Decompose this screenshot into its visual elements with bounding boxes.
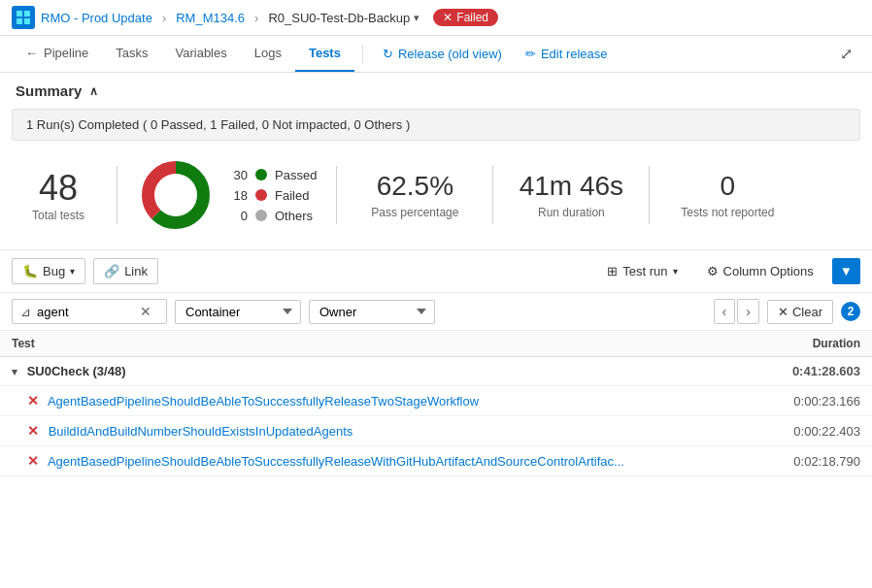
group-duration: 0:41:28.603 [762,357,872,386]
breadcrumb-current[interactable]: R0_SU0-Test-Db-Backup ▾ [268,11,419,25]
stat-divider-1 [117,166,117,224]
test-run-button[interactable]: ⊞ Test run ▾ [596,258,688,284]
link-button[interactable]: 🔗 Link [93,258,158,284]
breadcrumb-rmo[interactable]: RMO - Prod Update [41,11,152,25]
tab-tasks[interactable]: Tasks [102,36,161,72]
test-name[interactable]: AgentBasedPipelineShouldBeAbleToSuccessf… [48,394,479,408]
svg-rect-0 [17,11,22,16]
table-header-row: Test Duration [0,331,872,357]
tab-tests[interactable]: Tests [295,36,354,72]
total-tests-stat: 48 Total tests [19,168,97,222]
expand-toggle-icon[interactable]: ▾ [12,366,17,377]
fail-icon: ✕ [27,423,39,439]
release-old-view-button[interactable]: ↻ Release (old view) [371,39,514,69]
expand-button[interactable]: ⤢ [832,37,860,71]
search-input[interactable] [37,305,134,319]
run-info-bar: 1 Run(s) Completed ( 0 Passed, 1 Failed,… [12,109,860,141]
test-results-table-wrap[interactable]: Test Duration ▾ SU0Check (3/48) 0:41:28.… [0,331,872,476]
breadcrumb-sep-2: › [254,11,258,25]
test-duration: 0:02:18.790 [762,446,872,476]
col-test-header: Test [0,331,762,357]
filter-row: ⊿ ✕ Container Owner ‹ › ✕ Clear 2 [0,293,872,331]
table-row: ✕ AgentBasedPipelineShouldBeAbleToSucces… [0,446,872,476]
container-select[interactable]: Container [175,300,301,324]
topbar: RMO - Prod Update › RM_M134.6 › R0_SU0-T… [0,0,872,36]
clear-button[interactable]: ✕ Clear [767,300,833,324]
svg-point-7 [154,174,197,216]
failed-count: 18 [230,188,248,203]
total-tests-label: Total tests [19,209,97,222]
svg-rect-3 [24,18,30,24]
bug-icon: 🐛 [22,264,38,278]
pipeline-back-icon: ← [25,46,38,60]
prev-arrow-button[interactable]: ‹ [714,299,736,324]
column-options-icon: ⚙ [707,264,719,278]
fail-icon: ✕ [27,393,39,408]
test-cell: ✕ BuildIdAndBuildNumberShouldExistsInUpd… [0,416,762,446]
svg-rect-1 [24,11,30,16]
others-dot [255,210,267,221]
stat-divider-3 [492,166,493,224]
column-options-button[interactable]: ⚙ Column Options [696,258,824,284]
app-logo [12,6,35,29]
test-run-dropdown-icon: ▾ [673,266,678,277]
breadcrumb-sep-1: › [162,11,166,25]
legend-failed: 18 Failed [230,188,317,203]
breadcrumb-rm[interactable]: RM_M134.6 [176,11,245,25]
others-count: 0 [230,209,248,223]
passed-count: 30 [230,168,248,182]
failed-dot [255,189,267,201]
group-name: SU0Check (3/48) [27,364,126,378]
tab-variables[interactable]: Variables [162,36,241,72]
pass-pct-label: Pass percentage [356,206,473,219]
owner-select[interactable]: Owner [309,300,435,324]
edit-icon: ✏ [525,47,536,61]
col-duration-header: Duration [762,331,872,357]
filter-count-badge: 2 [841,302,860,321]
toolbar-row: 🐛 Bug ▾ 🔗 Link ⊞ Test run ▾ ⚙ Column Opt… [0,250,872,293]
table-row: ✕ AgentBasedPipelineShouldBeAbleToSucces… [0,386,872,416]
test-name[interactable]: BuildIdAndBuildNumberShouldExistsInUpdat… [49,424,353,439]
summary-title: Summary [16,82,82,99]
edit-release-button[interactable]: ✏ Edit release [514,39,620,69]
test-results-table: Test Duration ▾ SU0Check (3/48) 0:41:28.… [0,331,872,476]
bug-button[interactable]: 🐛 Bug ▾ [12,258,85,284]
summary-collapse-icon[interactable]: ∧ [89,84,98,98]
pass-pct-stat: 62.5% Pass percentage [356,171,473,219]
run-duration-number: 41m 46s [513,171,629,202]
breadcrumb-dropdown-icon[interactable]: ▾ [414,12,419,24]
summary-header: Summary ∧ [0,73,872,109]
table-icon: ⊞ [607,264,618,278]
link-icon: 🔗 [104,264,119,278]
nav-arrows: ‹ › [714,299,759,324]
nav-divider [362,45,363,64]
run-duration-label: Run duration [513,206,629,219]
not-reported-stat: 0 Tests not reported [669,171,786,219]
table-row: ▾ SU0Check (3/48) 0:41:28.603 [0,357,872,386]
legend-passed: 30 Passed [230,168,317,182]
table-row: ✕ BuildIdAndBuildNumberShouldExistsInUpd… [0,416,872,446]
status-x-icon: ✕ [443,11,453,24]
test-name[interactable]: AgentBasedPipelineShouldBeAbleToSuccessf… [48,454,624,469]
test-duration: 0:00:22.403 [762,416,872,446]
total-tests-number: 48 [19,168,97,209]
nav-tabs: ← Pipeline Tasks Variables Logs Tests ↻ … [0,36,872,73]
stat-divider-4 [649,166,650,224]
others-label: Others [275,209,313,223]
stats-row: 48 Total tests 30 Passed 18 [0,141,872,250]
status-badge: ✕ Failed [433,9,498,26]
clear-x-icon: ✕ [778,305,788,319]
clear-search-icon[interactable]: ✕ [140,304,151,319]
refresh-icon: ↻ [383,47,393,61]
next-arrow-button[interactable]: › [737,299,759,324]
filter-icon: ▼ [840,264,853,278]
tab-pipeline[interactable]: ← Pipeline [12,36,102,72]
filter-button[interactable]: ▼ [832,258,860,284]
svg-rect-2 [17,18,22,24]
tab-logs[interactable]: Logs [241,36,295,72]
fail-icon: ✕ [27,453,39,469]
legend-others: 0 Others [230,209,317,223]
search-filter-wrap: ⊿ ✕ [12,299,167,324]
test-cell: ✕ AgentBasedPipelineShouldBeAbleToSucces… [0,446,762,476]
pass-pct-number: 62.5% [356,171,473,202]
